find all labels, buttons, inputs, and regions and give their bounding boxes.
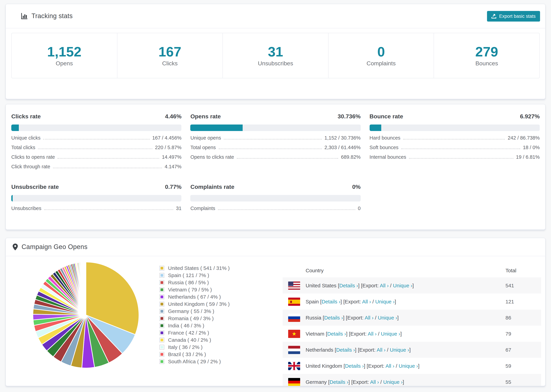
rate-detail-row: Total clicks220 / 5.87% <box>11 145 182 154</box>
export-all-link-vietnam[interactable]: All › <box>368 331 377 336</box>
rate-detail-row: Clicks to opens rate14.497% <box>11 154 182 164</box>
details-link-netherlands[interactable]: Details › <box>336 347 355 353</box>
export-all-link-russia[interactable]: All › <box>365 315 374 321</box>
complaints-rate-rows: Complaints0 <box>191 206 361 215</box>
export-unique-link-spain[interactable]: Unique › <box>375 299 395 304</box>
opens-rate-progress-track <box>191 125 361 131</box>
rate-detail-row: Internal bounces19 / 6.81% <box>369 154 540 164</box>
bar-chart-icon <box>21 13 28 20</box>
rate-detail-label: Unsubscribes <box>11 206 42 211</box>
rate-detail-label: Unique clicks <box>11 135 41 140</box>
country-cell: Russia [Details ›] [Export: All › / Uniq… <box>283 314 505 322</box>
details-link-spain[interactable]: Details › <box>322 299 340 304</box>
stat-cell-bounces: 279Bounces <box>434 33 539 78</box>
geo-pie-chart[interactable] <box>31 260 141 370</box>
bounce-rate-progress-fill <box>369 125 381 131</box>
export-all-link-spain[interactable]: All › <box>362 299 371 304</box>
rate-detail-row: Total opens2,303 / 61.446% <box>191 145 361 154</box>
details-link-germany[interactable]: Details › <box>330 379 348 385</box>
clicks-rate-title: Clicks rate <box>11 113 41 120</box>
geo-opens-title: Campaign Geo Opens <box>21 243 87 251</box>
bounce-rate-title: Bounce rate <box>369 113 403 120</box>
nl-flag-icon <box>288 346 300 354</box>
total-cell: 121 <box>505 299 541 304</box>
country-links: Netherlands [Details ›] [Export: All › /… <box>306 347 411 353</box>
legend-item-netherlands[interactable]: Netherlands ( 67 / 4% ) <box>160 293 230 300</box>
rate-detail-value: 1,152 / 30.736% <box>325 135 360 140</box>
rate-detail-label: Unique opens <box>191 135 221 140</box>
export-unique-link-united-states[interactable]: Unique › <box>393 283 412 288</box>
rate-detail-value: 4.147% <box>165 164 181 169</box>
details-link-russia[interactable]: Details › <box>324 315 343 321</box>
legend-item-russia[interactable]: Russia ( 86 / 5% ) <box>160 279 230 286</box>
unsubscribe-rate-block: Unsubscribe rate0.77%Unsubscribes31 <box>11 184 182 215</box>
legend-label: Romania ( 49 / 3% ) <box>168 315 214 321</box>
complaints-rate-progress-track <box>191 195 361 202</box>
dotted-leader <box>219 148 322 149</box>
rate-detail-label: Total opens <box>191 145 216 150</box>
legend-item-brazil[interactable]: Brazil ( 33 / 2% ) <box>160 351 230 358</box>
opens-rate-value: 30.736% <box>338 113 360 120</box>
rate-detail-value: 2,303 / 61.446% <box>325 145 360 150</box>
pie-slice-other-49[interactable] <box>86 262 86 315</box>
legend-item-canada[interactable]: Canada ( 40 / 2% ) <box>160 336 230 343</box>
export-basic-stats-button[interactable]: Export basic stats <box>487 11 540 21</box>
legend-item-india[interactable]: India ( 46 / 3% ) <box>160 322 230 329</box>
legend-item-vietnam[interactable]: Vietnam ( 79 / 5% ) <box>160 286 230 293</box>
legend-swatch <box>160 323 164 328</box>
details-link-vietnam[interactable]: Details › <box>327 331 346 336</box>
legend-item-italy[interactable]: Italy ( 36 / 2% ) <box>160 343 230 351</box>
opens-rate-head: Opens rate30.736% <box>191 113 361 120</box>
export-icon <box>492 14 497 19</box>
rate-detail-row: Click through rate4.147% <box>11 164 182 173</box>
legend-item-south-africa[interactable]: South Africa ( 29 / 2% ) <box>160 358 230 365</box>
export-all-link-united-states[interactable]: All › <box>380 283 389 288</box>
legend-item-united-kingdom[interactable]: United Kingdom ( 59 / 3% ) <box>160 300 230 308</box>
rate-detail-row: Hard bounces242 / 86.738% <box>369 135 540 145</box>
export-all-link-united-kingdom[interactable]: All › <box>386 363 395 369</box>
rate-detail-value: 167 / 4.456% <box>152 135 182 140</box>
stat-value: 1,152 <box>47 44 81 59</box>
complaints-rate-head: Complaints rate0% <box>191 184 361 190</box>
rate-detail-label: Hard bounces <box>369 135 400 140</box>
vn-flag-icon <box>288 329 300 338</box>
export-unique-link-russia[interactable]: Unique › <box>378 315 397 321</box>
legend-item-spain[interactable]: Spain ( 121 / 7% ) <box>160 272 230 279</box>
rate-detail-label: Complaints <box>191 206 215 211</box>
country-column-header: Country <box>283 267 505 273</box>
details-link-united-states[interactable]: Details › <box>339 283 358 288</box>
legend-label: France ( 42 / 2% ) <box>168 330 209 336</box>
export-all-link-netherlands[interactable]: All › <box>377 347 386 353</box>
dotted-leader <box>409 158 513 159</box>
export-unique-link-germany[interactable]: Unique › <box>383 379 403 385</box>
export-unique-link-united-kingdom[interactable]: Unique › <box>399 363 418 369</box>
country-cell: Netherlands [Details ›] [Export: All › /… <box>283 346 505 354</box>
legend-item-germany[interactable]: Germany ( 55 / 3% ) <box>160 308 230 315</box>
total-column-header: Total <box>505 267 541 273</box>
export-unique-link-netherlands[interactable]: Unique › <box>390 347 409 353</box>
export-unique-link-vietnam[interactable]: Unique › <box>381 331 400 336</box>
es-flag-icon <box>288 297 300 306</box>
complaints-rate-title: Complaints rate <box>191 184 234 190</box>
details-link-united-kingdom[interactable]: Details › <box>345 363 364 369</box>
geo-opens-body: United States ( 541 / 31% )Spain ( 121 /… <box>6 256 545 386</box>
total-cell: 67 <box>505 347 541 353</box>
country-links: Russia [Details ›] [Export: All › / Uniq… <box>306 315 399 321</box>
legend-label: Russia ( 86 / 5% ) <box>168 280 209 285</box>
country-links: Germany [Details ›] [Export: All › / Uni… <box>306 379 404 385</box>
legend-item-france[interactable]: France ( 42 / 2% ) <box>160 329 230 336</box>
country-cell: Germany [Details ›] [Export: All › / Uni… <box>283 378 505 386</box>
export-all-link-germany[interactable]: All › <box>370 379 379 385</box>
legend-item-romania[interactable]: Romania ( 49 / 3% ) <box>160 315 230 322</box>
clicks-rate-block: Clicks rate4.46%Unique clicks167 / 4.456… <box>11 113 182 173</box>
unsubscribe-rate-value: 0.77% <box>165 184 181 190</box>
gb-flag-icon <box>288 362 300 370</box>
stat-value: 279 <box>475 44 498 59</box>
legend-item-united-states[interactable]: United States ( 541 / 31% ) <box>160 264 230 272</box>
dotted-leader <box>38 148 152 149</box>
rate-detail-row: Opens to clicks rate689.82% <box>191 154 361 164</box>
legend-label: United States ( 541 / 31% ) <box>168 265 230 271</box>
opens-rate-rows: Unique opens1,152 / 30.736%Total opens2,… <box>191 135 361 164</box>
legend-label: Spain ( 121 / 7% ) <box>168 272 209 278</box>
geo-table-row-russia: Russia [Details ›] [Export: All › / Uniq… <box>283 309 541 326</box>
